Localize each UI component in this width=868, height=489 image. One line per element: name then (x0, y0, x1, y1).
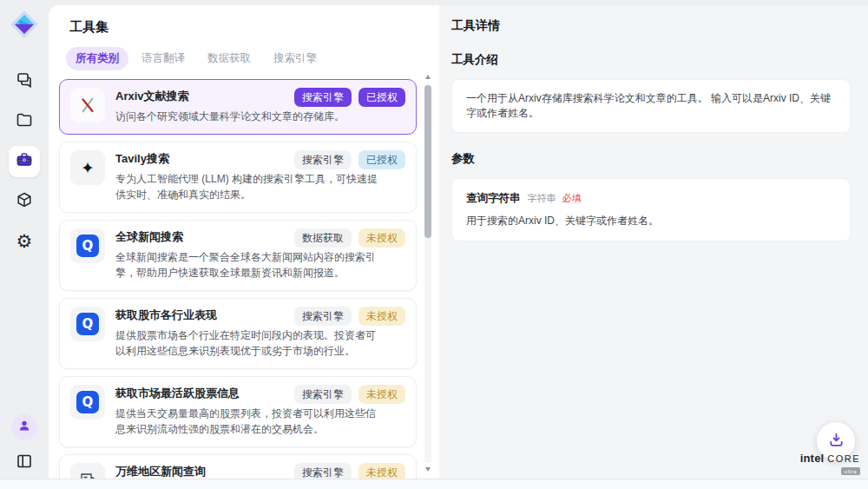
category-badge: 数据获取 (294, 228, 352, 248)
tool-description: 访问各个研究领域大量科学论文和文章的存储库。 (115, 109, 405, 124)
sidebar-item-settings[interactable]: ⚙ (9, 226, 40, 257)
params-heading: 参数 (451, 151, 851, 167)
auth-status-badge: 未授权 (358, 307, 405, 326)
parameter-type: 字符串 (528, 192, 556, 205)
parameter-description: 用于搜索的Arxiv ID、关键字或作者姓名。 (466, 214, 836, 228)
category-badge: 搜索引擎 (294, 88, 352, 107)
auth-status-badge: 未授权 (358, 463, 405, 479)
tool-description: 专为人工智能代理 (LLM) 构建的搜索引擎工具，可快速提供实时、准确和真实的结… (115, 171, 405, 202)
brand-edition-badge: ultra (841, 467, 860, 475)
parameter-required-flag: 必填 (562, 192, 582, 205)
tool-name: 全球新闻搜索 (115, 228, 183, 244)
intro-text: 一个用于从Arxiv存储库搜索科学论文和文章的工具。 输入可以是Arxiv ID… (466, 92, 831, 119)
scrollbar-thumb[interactable] (424, 85, 431, 238)
brand-name: intel (800, 452, 825, 465)
parameter-card: 查询字符串 字符串 必填 用于搜索的Arxiv ID、关键字或作者姓名。 (451, 178, 851, 241)
newspaper-icon (70, 463, 105, 479)
tool-card-tavily[interactable]: Tavily搜索 搜索引擎 已授权 专为人工智能代理 (LLM) 构建的搜索引擎… (59, 142, 417, 213)
auth-status-badge: 已授权 (358, 88, 405, 107)
sidebar-nav: ⚙ (9, 66, 40, 266)
tool-card-body: Tavily搜索 搜索引擎 已授权 专为人工智能代理 (LLM) 构建的搜索引擎… (115, 150, 405, 202)
tab-all-categories[interactable]: 所有类别 (66, 47, 128, 70)
tool-card-global-news[interactable]: 全球新闻搜索 数据获取 未授权 全球新闻搜索是一个聚合全球各大新闻网站内容的搜索… (59, 220, 417, 291)
tool-card-list: Arxiv文献搜索 搜索引擎 已授权 访问各个研究领域大量科学论文和文章的存储库… (59, 79, 417, 479)
arrow-up-icon[interactable] (425, 75, 431, 79)
split-panel-icon (16, 453, 33, 473)
intro-card: 一个用于从Arxiv存储库搜索科学论文和文章的工具。 输入可以是Arxiv ID… (451, 79, 851, 133)
list-scrollbar[interactable] (424, 75, 431, 472)
sidebar-item-plugins[interactable] (9, 186, 40, 217)
tool-card-arxiv[interactable]: Arxiv文献搜索 搜索引擎 已授权 访问各个研究领域大量科学论文和文章的存储库… (59, 79, 417, 135)
sidebar-item-files[interactable] (9, 106, 40, 137)
user-icon (17, 419, 31, 436)
tool-description: 提供股票市场各个行业在特定时间段内的表现。投资者可以利用这些信息来识别表现优于或… (115, 327, 405, 359)
app-logo-icon (9, 9, 40, 40)
category-tabs: 所有类别 语言翻译 数据获取 搜索引擎 (66, 47, 439, 70)
tool-name: Arxiv文献搜索 (115, 88, 189, 103)
intro-heading: 工具介绍 (451, 52, 851, 68)
arxiv-x-icon (70, 88, 105, 122)
tool-card-body: 全球新闻搜索 数据获取 未授权 全球新闻搜索是一个聚合全球各大新闻网站内容的搜索… (115, 228, 405, 281)
auth-status-badge: 已授权 (358, 150, 405, 169)
page-title: 工具集 (69, 19, 439, 36)
sidebar-item-panel-toggle[interactable] (9, 447, 40, 479)
tool-card-sector-performance[interactable]: 获取股市各行业表现 搜索引擎 未授权 提供股票市场各个行业在特定时间段内的表现。… (59, 298, 417, 369)
folder-icon (16, 111, 33, 132)
tool-name: Tavily搜索 (115, 150, 169, 166)
brand-product: core (827, 453, 860, 464)
tool-card-body: 获取股市各行业表现 搜索引擎 未授权 提供股票市场各个行业在特定时间段内的表现。… (115, 307, 405, 359)
category-badge: 搜索引擎 (294, 150, 352, 169)
tool-list-panel: 工具集 所有类别 语言翻译 数据获取 搜索引擎 Arxiv文献搜索 搜索引擎 已… (49, 5, 439, 479)
q-search-icon (70, 228, 105, 263)
intel-core-logo: intel core ultra (800, 453, 860, 476)
download-tray-icon (828, 432, 845, 452)
auth-status-badge: 未授权 (358, 228, 405, 248)
window-bottom-edge (0, 479, 868, 489)
toolbox-icon (16, 151, 33, 172)
category-badge: 搜索引擎 (294, 385, 352, 404)
auth-status-badge: 未授权 (358, 385, 405, 404)
tool-card-regional-news[interactable]: 万维地区新闻查询 搜索引擎 未授权 查询具体行政区划内的新闻，快速了解各地新闻动 (59, 454, 417, 479)
gear-icon: ⚙ (16, 233, 33, 251)
tool-card-body: Arxiv文献搜索 搜索引擎 已授权 访问各个研究领域大量科学论文和文章的存储库… (115, 88, 405, 124)
tab-search-engine[interactable]: 搜索引擎 (264, 47, 326, 70)
arrow-down-icon[interactable] (425, 467, 431, 472)
tool-description: 提供当天交易量最高的股票列表，投资者可以利用这些信息来识别流动性强的股票和潜在的… (115, 406, 405, 437)
sidebar-bottom (9, 414, 40, 479)
chat-icon (16, 71, 33, 92)
tool-card-most-active-stocks[interactable]: 获取市场最活跃股票信息 搜索引擎 未授权 提供当天交易量最高的股票列表，投资者可… (59, 376, 417, 447)
parameter-name: 查询字符串 (466, 191, 521, 206)
tool-name: 万维地区新闻查询 (115, 463, 206, 479)
tool-name: 获取股市各行业表现 (115, 307, 217, 322)
tool-name: 获取市场最活跃股票信息 (115, 385, 240, 400)
sidebar-item-tools[interactable] (9, 146, 40, 177)
category-badge: 搜索引擎 (294, 463, 352, 479)
tool-card-body: 万维地区新闻查询 搜索引擎 未授权 查询具体行政区划内的新闻，快速了解各地新闻动 (115, 463, 405, 479)
tab-data-fetch[interactable]: 数据获取 (198, 47, 260, 70)
detail-title: 工具详情 (451, 18, 851, 34)
sidebar: ⚙ (0, 0, 49, 489)
sidebar-item-chat[interactable] (9, 66, 40, 97)
q-search-icon (70, 307, 105, 341)
tool-detail-panel: 工具详情 工具介绍 一个用于从Arxiv存储库搜索科学论文和文章的工具。 输入可… (439, 5, 868, 479)
user-avatar[interactable] (11, 414, 37, 440)
tool-card-body: 获取市场最活跃股票信息 搜索引擎 未授权 提供当天交易量最高的股票列表，投资者可… (115, 385, 405, 437)
package-cube-icon (16, 191, 33, 212)
tab-translation[interactable]: 语言翻译 (132, 47, 194, 70)
category-badge: 搜索引擎 (294, 307, 352, 326)
tool-description: 全球新闻搜索是一个聚合全球各大新闻网站内容的搜索引擎，帮助用户快速获取全球最新资… (115, 249, 405, 281)
q-search-icon (70, 385, 105, 420)
four-point-star-icon (70, 150, 105, 185)
